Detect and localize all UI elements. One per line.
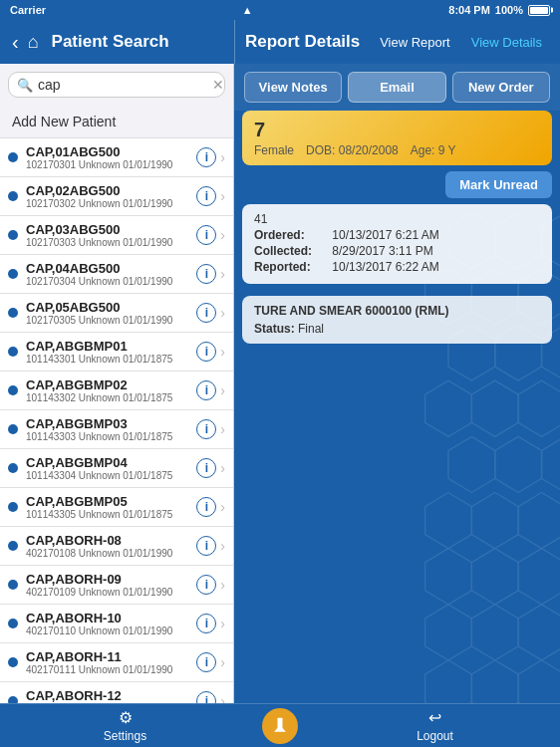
patient-age: Age: 9 Y — [411, 143, 456, 157]
info-button[interactable]: i — [196, 497, 216, 517]
info-button[interactable]: i — [196, 342, 216, 362]
info-button[interactable]: i — [196, 691, 216, 703]
chevron-right-icon: › — [220, 499, 225, 515]
patient-info: CAP,ABGBMP04101143304 Unknown 01/01/1875 — [26, 455, 196, 481]
center-tab[interactable] — [250, 704, 310, 748]
svg-marker-25 — [471, 660, 518, 703]
svg-marker-3 — [425, 492, 472, 548]
chevron-right-icon: › — [220, 538, 225, 554]
view-report-button[interactable]: View Report — [372, 31, 458, 54]
logout-icon: ↩ — [428, 708, 441, 727]
chevron-right-icon: › — [220, 616, 225, 631]
info-button[interactable]: i — [196, 419, 216, 439]
logout-label: Logout — [417, 729, 453, 743]
svg-marker-2 — [518, 549, 560, 605]
home-button[interactable]: ⌂ — [28, 32, 39, 53]
patient-name: CAP,ABGBMP01 — [26, 339, 196, 354]
patient-sub: 402170109 Unknown 01/01/1990 — [26, 587, 196, 598]
chevron-right-icon: › — [220, 266, 225, 282]
patient-sub: 101143302 Unknown 01/01/1875 — [26, 392, 196, 403]
status-bar: Carrier ▲ 8:04 PM 100% — [0, 0, 560, 20]
patient-dot — [8, 580, 18, 590]
patient-name: CAP,05ABG500 — [26, 300, 196, 315]
patient-item[interactable]: CAP,ABORH-12402170112 Unknown 01/01/1990… — [0, 682, 233, 703]
logout-tab[interactable]: ↩ Logout — [310, 708, 560, 743]
patient-dot — [8, 463, 18, 473]
patient-item[interactable]: CAP,ABORH-11402170111 Unknown 01/01/1990… — [0, 643, 233, 682]
patient-item[interactable]: CAP,04ABG500102170304 Unknown 01/01/1990… — [0, 255, 233, 294]
email-button[interactable]: Email — [348, 72, 445, 103]
svg-marker-5 — [518, 492, 560, 548]
info-button[interactable]: i — [196, 614, 216, 633]
search-input[interactable] — [38, 77, 212, 93]
patient-sub: 102170301 Unknown 01/01/1990 — [26, 159, 196, 170]
patient-info: CAP,02ABG500102170302 Unknown 01/01/1990 — [26, 183, 196, 209]
patient-dot — [8, 152, 18, 162]
patient-sub: 102170305 Unknown 01/01/1990 — [26, 315, 196, 326]
svg-marker-4 — [471, 492, 518, 548]
svg-marker-6 — [448, 436, 495, 492]
collected-line: Collected: 8/29/2017 3:11 PM — [254, 244, 540, 258]
back-button[interactable]: ‹ — [8, 31, 23, 54]
info-button[interactable]: i — [196, 225, 216, 245]
patient-sub: 102170304 Unknown 01/01/1990 — [26, 276, 196, 287]
patient-item[interactable]: CAP,ABORH-10402170110 Unknown 01/01/1990… — [0, 605, 233, 643]
patient-info: CAP,ABORH-08402170108 Unknown 01/01/1990 — [26, 533, 196, 559]
reported-label: Reported: — [254, 260, 329, 274]
patient-actions: i› — [196, 652, 225, 672]
patient-item[interactable]: CAP,ABGBMP05101143305 Unknown 01/01/1875… — [0, 488, 233, 527]
settings-tab[interactable]: ⚙ Settings — [0, 708, 250, 743]
patient-dot — [8, 696, 18, 703]
info-button[interactable]: i — [196, 536, 216, 556]
svg-marker-9 — [425, 380, 472, 436]
info-button[interactable]: i — [196, 264, 216, 284]
patient-item[interactable]: CAP,02ABG500102170302 Unknown 01/01/1990… — [0, 177, 233, 216]
patient-item[interactable]: CAP,ABGBMP02101143302 Unknown 01/01/1875… — [0, 372, 233, 410]
new-order-button[interactable]: New Order — [452, 72, 550, 103]
info-button[interactable]: i — [196, 147, 216, 167]
patient-name: CAP,ABORH-11 — [26, 649, 196, 664]
chevron-right-icon: › — [220, 149, 225, 165]
patient-item[interactable]: CAP,03ABG500102170303 Unknown 01/01/1990… — [0, 216, 233, 255]
svg-marker-7 — [495, 436, 542, 492]
info-button[interactable]: i — [196, 458, 216, 478]
info-button[interactable]: i — [196, 186, 216, 206]
mark-unread-button[interactable]: Mark Unread — [445, 171, 552, 198]
info-button[interactable]: i — [196, 303, 216, 323]
main-layout: 🔍 ✕ Add New Patient CAP,01ABG50010217030… — [0, 64, 560, 703]
patient-item[interactable]: CAP,ABORH-08402170108 Unknown 01/01/1990… — [0, 527, 233, 566]
patient-dot — [8, 385, 18, 395]
battery-percentage: 100% — [495, 4, 523, 16]
search-input-wrapper: 🔍 ✕ — [8, 72, 225, 98]
patient-item[interactable]: CAP,ABGBMP04101143304 Unknown 01/01/1875… — [0, 449, 233, 488]
view-notes-button[interactable]: View Notes — [244, 72, 342, 103]
svg-marker-11 — [518, 380, 560, 436]
add-new-patient-label[interactable]: Add New Patient — [0, 106, 233, 138]
patient-item[interactable]: CAP,05ABG500102170305 Unknown 01/01/1990… — [0, 294, 233, 333]
info-button[interactable]: i — [196, 575, 216, 595]
navigation-bar: ‹ ⌂ Patient Search Report Details View R… — [0, 20, 560, 64]
patient-item[interactable]: CAP,ABGBMP03101143303 Unknown 01/01/1875… — [0, 410, 233, 449]
view-details-button[interactable]: View Details — [463, 31, 550, 54]
info-button[interactable]: i — [196, 652, 216, 672]
patient-sub: 101143305 Unknown 01/01/1875 — [26, 509, 196, 520]
patient-item[interactable]: CAP,ABGBMP01101143301 Unknown 01/01/1875… — [0, 333, 233, 372]
patient-dot — [8, 619, 18, 628]
search-clear-button[interactable]: ✕ — [212, 77, 224, 93]
patient-info: CAP,05ABG500102170305 Unknown 01/01/1990 — [26, 300, 196, 326]
patient-item[interactable]: CAP,ABORH-09402170109 Unknown 01/01/1990… — [0, 566, 233, 605]
patient-sub: 102170303 Unknown 01/01/1990 — [26, 237, 196, 248]
patient-dot — [8, 308, 18, 318]
patient-info: CAP,ABGBMP03101143303 Unknown 01/01/1875 — [26, 416, 196, 442]
search-bar: 🔍 ✕ — [0, 64, 233, 106]
left-panel: 🔍 ✕ Add New Patient CAP,01ABG50010217030… — [0, 64, 234, 703]
patient-actions: i› — [196, 342, 225, 362]
nav-right: Report Details View Report View Details — [235, 31, 560, 54]
patient-info: CAP,03ABG500102170303 Unknown 01/01/1990 — [26, 222, 196, 248]
status-value: Final — [298, 322, 324, 336]
chevron-right-icon: › — [220, 305, 225, 321]
patient-item[interactable]: CAP,01ABG500102170301 Unknown 01/01/1990… — [0, 138, 233, 177]
reported-line: Reported: 10/13/2017 6:22 AM — [254, 260, 540, 274]
right-panel-title: Report Details — [245, 32, 360, 52]
info-button[interactable]: i — [196, 380, 216, 400]
